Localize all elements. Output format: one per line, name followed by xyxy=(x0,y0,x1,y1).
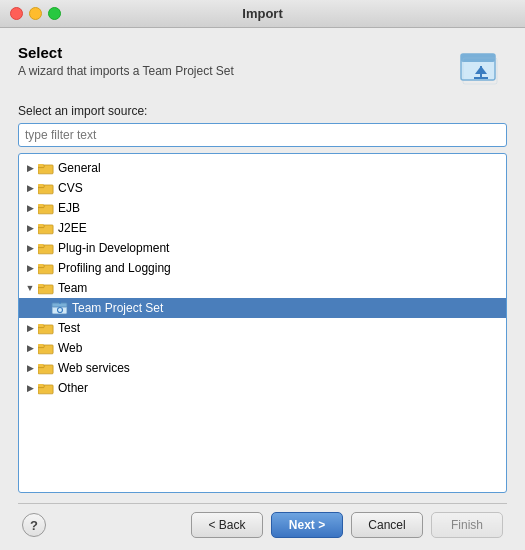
svg-rect-23 xyxy=(38,264,43,267)
chevron-icon xyxy=(23,321,37,335)
item-label: Team Project Set xyxy=(72,301,163,315)
item-label: Web services xyxy=(58,361,130,375)
tree-item-other[interactable]: Other xyxy=(19,378,506,398)
svg-rect-8 xyxy=(38,164,43,167)
folder-icon xyxy=(37,241,55,255)
close-button[interactable] xyxy=(10,7,23,20)
svg-rect-36 xyxy=(38,344,43,347)
main-content: Select A wizard that imports a Team Proj… xyxy=(0,28,525,550)
tree-item-plugin-dev[interactable]: Plug-in Development xyxy=(19,238,506,258)
tree-container[interactable]: General CVS EJB J2EE Plug-in Development… xyxy=(18,153,507,493)
footer: ? < Back Next > Cancel Finish xyxy=(18,512,507,538)
header-section: Select A wizard that imports a Team Proj… xyxy=(18,44,507,90)
folder-icon xyxy=(37,261,55,275)
folder-icon xyxy=(37,341,55,355)
tree-item-profiling[interactable]: Profiling and Logging xyxy=(19,258,506,278)
back-button[interactable]: < Back xyxy=(191,512,263,538)
tree-item-cvs[interactable]: CVS xyxy=(19,178,506,198)
item-label: Test xyxy=(58,321,80,335)
footer-buttons: < Back Next > Cancel Finish xyxy=(191,512,503,538)
chevron-icon xyxy=(23,261,37,275)
title-bar: Import xyxy=(0,0,525,28)
window-title: Import xyxy=(242,6,282,21)
special-icon xyxy=(51,300,69,316)
page-title: Select xyxy=(18,44,234,61)
svg-rect-26 xyxy=(38,284,43,287)
svg-rect-11 xyxy=(38,184,43,187)
svg-rect-39 xyxy=(38,364,43,367)
chevron-icon xyxy=(23,161,37,175)
finish-button[interactable]: Finish xyxy=(431,512,503,538)
item-label: Plug-in Development xyxy=(58,241,169,255)
item-label: J2EE xyxy=(58,221,87,235)
svg-rect-14 xyxy=(38,204,43,207)
item-label: Web xyxy=(58,341,82,355)
chevron-icon xyxy=(23,341,37,355)
folder-icon xyxy=(37,381,55,395)
folder-icon xyxy=(37,201,55,215)
chevron-icon xyxy=(23,281,37,295)
divider xyxy=(18,503,507,504)
tree-item-ejb[interactable]: EJB xyxy=(19,198,506,218)
tree-item-test[interactable]: Test xyxy=(19,318,506,338)
folder-icon xyxy=(37,321,55,335)
svg-rect-42 xyxy=(38,384,43,387)
tree-item-web-services[interactable]: Web services xyxy=(19,358,506,378)
tree-item-j2ee[interactable]: J2EE xyxy=(19,218,506,238)
chevron-icon xyxy=(23,201,37,215)
item-label: Team xyxy=(58,281,87,295)
item-label: Other xyxy=(58,381,88,395)
svg-rect-17 xyxy=(38,224,43,227)
chevron-icon xyxy=(23,181,37,195)
no-chevron xyxy=(37,301,51,315)
import-icon-svg xyxy=(457,46,505,88)
folder-icon xyxy=(37,281,55,295)
tree-item-general[interactable]: General xyxy=(19,158,506,178)
wizard-icon xyxy=(455,44,507,90)
item-label: CVS xyxy=(58,181,83,195)
folder-icon xyxy=(37,361,55,375)
folder-icon xyxy=(37,221,55,235)
cancel-button[interactable]: Cancel xyxy=(351,512,423,538)
minimize-button[interactable] xyxy=(29,7,42,20)
chevron-icon xyxy=(23,381,37,395)
tree-item-team[interactable]: Team xyxy=(19,278,506,298)
folder-icon xyxy=(37,161,55,175)
chevron-icon xyxy=(23,361,37,375)
maximize-button[interactable] xyxy=(48,7,61,20)
svg-rect-20 xyxy=(38,244,43,247)
svg-rect-33 xyxy=(38,324,43,327)
source-label: Select an import source: xyxy=(18,104,507,118)
item-label: General xyxy=(58,161,101,175)
page-subtitle: A wizard that imports a Team Project Set xyxy=(18,64,234,78)
window-controls[interactable] xyxy=(10,7,61,20)
chevron-icon xyxy=(23,241,37,255)
chevron-icon xyxy=(23,221,37,235)
help-button[interactable]: ? xyxy=(22,513,46,537)
item-label: EJB xyxy=(58,201,80,215)
tree-item-web[interactable]: Web xyxy=(19,338,506,358)
filter-input[interactable] xyxy=(18,123,507,147)
folder-icon xyxy=(37,181,55,195)
item-label: Profiling and Logging xyxy=(58,261,171,275)
next-button[interactable]: Next > xyxy=(271,512,343,538)
header-text: Select A wizard that imports a Team Proj… xyxy=(18,44,234,78)
tree-item-team-project-set[interactable]: Team Project Set xyxy=(19,298,506,318)
